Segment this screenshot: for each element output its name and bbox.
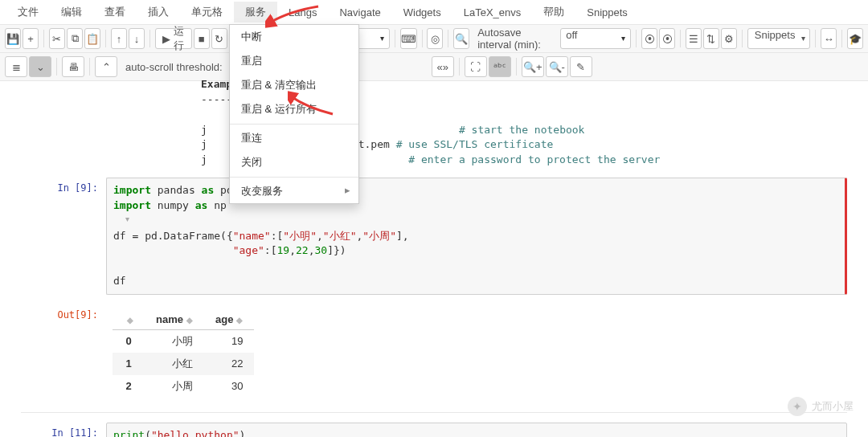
copy-button[interactable]: ⧉ — [67, 28, 83, 49]
watermark: ✦ 尤而小屋 — [788, 397, 854, 416]
sort-icon: ◆ — [127, 316, 133, 325]
kernel-change[interactable]: 改变服务 — [230, 177, 358, 203]
cell-divider — [21, 412, 847, 413]
code-font-button[interactable]: ⦿ — [641, 28, 657, 49]
in-prompt: In [11]: — [21, 423, 106, 437]
separator — [105, 30, 106, 47]
table-row: 0小明19 — [113, 329, 254, 353]
chevron-down-icon: ▾ — [380, 34, 384, 43]
menu-insert[interactable]: 插入 — [137, 2, 180, 22]
autosave-label: Autosave interval (min): — [477, 27, 554, 51]
stop-icon: ■ — [199, 33, 205, 45]
sort-icon: ⇅ — [706, 33, 715, 45]
menu-view[interactable]: 查看 — [93, 2, 137, 22]
notebook-area: Examp ----- j # start the notebook j ert… — [0, 50, 868, 437]
separator — [636, 30, 637, 47]
restart-button[interactable]: ↻ — [211, 28, 227, 49]
table-header[interactable]: name◆ — [145, 309, 204, 330]
code-icon: ⦿ — [662, 33, 673, 45]
cut-button[interactable]: ✂ — [49, 28, 65, 49]
kernel-shutdown[interactable]: 关闭 — [230, 150, 358, 174]
graduation-icon: 🎓 — [849, 33, 862, 45]
run-label: 运行 — [174, 24, 185, 53]
chevron-down-icon: ▾ — [801, 34, 805, 43]
fold-icon[interactable]: ▾ — [125, 214, 129, 223]
output-cell-9: Out[9]: ◆ name◆ age◆ 0小明19 1小红22 2小周30 — [21, 304, 847, 402]
command-palette-button[interactable]: ⌨ — [400, 28, 417, 49]
separator — [422, 30, 423, 47]
table-row: 2小周30 — [113, 375, 254, 398]
annotation-arrow-icon — [265, 5, 321, 29]
separator — [43, 30, 44, 47]
kernel-restart[interactable]: 重启 — [230, 49, 358, 73]
variable-inspector-button[interactable]: ◎ — [427, 28, 443, 49]
menu-navigate[interactable]: Navigate — [328, 3, 391, 22]
target-icon: ◎ — [431, 33, 440, 45]
move-up-button[interactable]: ↑ — [111, 28, 127, 49]
cut-icon: ✂ — [52, 33, 61, 45]
table-header[interactable]: ◆ — [113, 309, 145, 330]
save-icon: 💾 — [6, 33, 19, 45]
toolbar-row-1: 💾 + ✂ ⧉ 📋 ↑ ↓ ▶运行 ■ ↻ ⏩ ▾ ⌨ ◎ 🔍 Autosave… — [0, 25, 868, 53]
code-cell-9: In [9]: import pandas as pd import numpy… — [21, 178, 847, 295]
sort-icon: ◆ — [186, 316, 193, 325]
out-prompt: Out[9]: — [21, 304, 106, 402]
paste-icon: 📋 — [86, 33, 99, 45]
menu-help[interactable]: 帮助 — [532, 2, 575, 22]
search-icon: 🔍 — [455, 33, 468, 45]
play-icon: ▶ — [162, 33, 170, 45]
add-cell-button[interactable]: + — [23, 28, 39, 49]
menu-latex[interactable]: LaTeX_envs — [452, 3, 533, 22]
separator — [742, 30, 743, 47]
menu-edit[interactable]: 编辑 — [50, 2, 93, 22]
output-area: ◆ name◆ age◆ 0小明19 1小红22 2小周30 — [106, 304, 847, 402]
separator — [448, 30, 448, 47]
separator — [841, 30, 842, 47]
watermark-label: 尤而小屋 — [812, 399, 854, 414]
minus-icon: ↔ — [824, 33, 834, 45]
scratchpad-button[interactable]: ↔ — [821, 28, 837, 49]
arrow-down-icon: ↓ — [134, 33, 140, 45]
run-button[interactable]: ▶运行 — [155, 28, 192, 49]
table-row: 1小红22 — [113, 353, 254, 375]
gear-icon: ⚙ — [724, 33, 734, 45]
presentation-button[interactable]: 🎓 — [847, 28, 863, 49]
code-editor[interactable]: print("hello python") — [106, 423, 847, 437]
wechat-icon: ✦ — [788, 397, 807, 416]
code-cell-11: In [11]: print("hello python") — [21, 423, 847, 437]
code-editor[interactable]: import pandas as pd import numpy as np d… — [106, 178, 847, 295]
copy-icon: ⧉ — [72, 32, 79, 45]
kernel-reconnect[interactable]: 重连 — [230, 124, 358, 150]
sort-icon: ◆ — [236, 316, 243, 325]
annotation-arrow-icon — [288, 85, 336, 117]
markdown-cell[interactable]: Examp ----- j # start the notebook j ert… — [0, 77, 868, 168]
chevron-down-icon: ▾ — [621, 34, 625, 43]
gear-button[interactable]: ⚙ — [721, 28, 737, 49]
save-button[interactable]: 💾 — [5, 28, 21, 49]
in-prompt: In [9]: — [21, 178, 106, 295]
interrupt-button[interactable]: ■ — [194, 28, 210, 49]
menu-snippets[interactable]: Snippets — [575, 3, 639, 22]
menu-widgets[interactable]: Widgets — [392, 3, 452, 22]
menubar: 文件 编辑 查看 插入 单元格 服务 Langs Navigate Widget… — [0, 0, 868, 25]
code-font-2-button[interactable]: ⦿ — [659, 28, 675, 49]
arrow-up-icon: ↑ — [117, 33, 122, 45]
separator — [815, 30, 816, 47]
move-down-button[interactable]: ↓ — [129, 28, 145, 49]
autosave-select[interactable]: off▾ — [560, 28, 631, 49]
paste-button[interactable]: 📋 — [84, 28, 100, 49]
code-icon: ⦿ — [645, 33, 655, 45]
toc-button[interactable]: ☰ — [686, 28, 702, 49]
list-icon: ☰ — [689, 33, 698, 45]
sort-button[interactable]: ⇅ — [703, 28, 719, 49]
search-button[interactable]: 🔍 — [453, 28, 469, 49]
table-header[interactable]: age◆ — [204, 309, 254, 330]
menu-file[interactable]: 文件 — [6, 2, 50, 22]
menu-cell[interactable]: 单元格 — [180, 2, 234, 22]
separator — [395, 30, 395, 47]
snippets-select[interactable]: Snippets▾ — [747, 28, 811, 49]
plus-icon: + — [27, 33, 34, 45]
separator — [149, 30, 150, 47]
dataframe-table: ◆ name◆ age◆ 0小明19 1小红22 2小周30 — [113, 309, 254, 398]
separator — [680, 30, 681, 47]
